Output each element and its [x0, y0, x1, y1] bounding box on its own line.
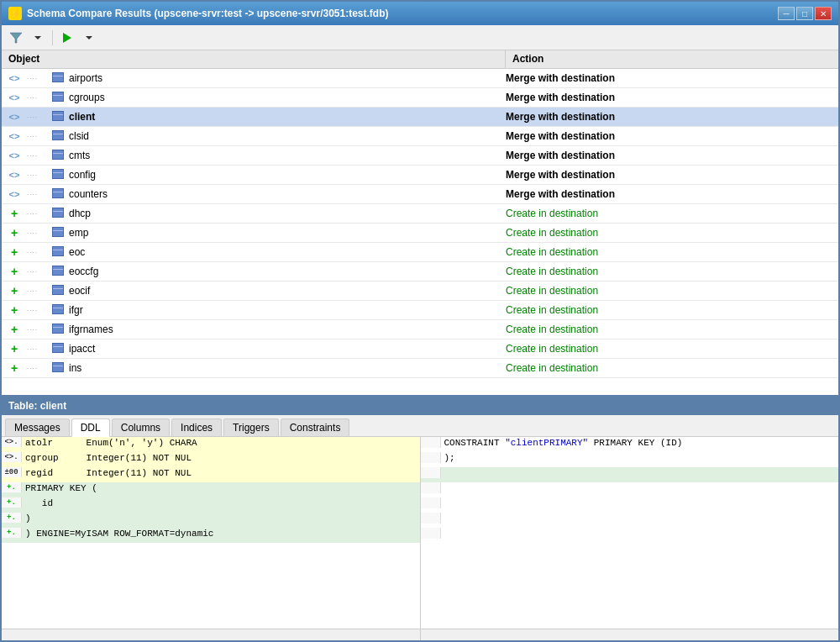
line-content: id [22, 497, 420, 509]
plus-icon: + [2, 303, 27, 317]
row-object-name: dhcp [67, 208, 506, 219]
line-content: PRIMARY KEY ( [22, 482, 420, 494]
run-dropdown-button[interactable] [80, 29, 98, 47]
table-row[interactable]: +····eoccfgCreate in destination [2, 262, 838, 282]
table-type-icon [52, 343, 64, 355]
panel-title: Table: client [2, 397, 838, 415]
code-line: <>.atolr Enum('n', 'y') CHARA [2, 437, 420, 452]
code-line: ); [421, 452, 839, 467]
line-content: regid Integer(11) NOT NUL [22, 467, 420, 479]
toolbar [2, 25, 838, 50]
table-type-icon [52, 72, 64, 85]
table-type-icon [52, 285, 64, 297]
line-content: ) [22, 513, 420, 524]
tab-constraints[interactable]: Constraints [281, 418, 350, 436]
code-line: <>.cgroup Integer(11) NOT NUL [2, 452, 420, 467]
row-object-name: client [67, 111, 506, 123]
code-line: ±00regid Integer(11) NOT NUL [2, 467, 420, 482]
main-window: ⚡ Schema Compare Results (upscene-srvr:t… [0, 0, 840, 642]
table-row[interactable]: +····dhcpCreate in destination [2, 204, 838, 224]
table-row[interactable]: +····eocifCreate in destination [2, 282, 838, 301]
row-object-name: ins [67, 362, 506, 374]
toolbar-separator-1 [52, 30, 53, 45]
plus-icon: + [2, 226, 27, 239]
row-object-name: counters [67, 188, 506, 200]
code-line: +. id [2, 497, 420, 513]
row-object-name: clsid [67, 130, 506, 142]
row-dots: ···· [27, 287, 52, 295]
table-body[interactable]: <>····airportsMerge with destination<>··… [2, 69, 838, 395]
tab-triggers[interactable]: Triggers [223, 418, 279, 436]
row-dots: ···· [27, 365, 52, 372]
close-button[interactable]: ✕ [815, 7, 832, 20]
plus-icon: + [2, 265, 27, 278]
table-row[interactable]: <>····configMerge with destination [2, 166, 838, 185]
row-object-name: airports [67, 72, 506, 84]
table-row[interactable]: +····ifgrnamesCreate in destination [2, 320, 838, 339]
plus-icon: + [2, 323, 27, 336]
filter-dropdown-button[interactable] [29, 29, 47, 47]
line-content [441, 513, 839, 514]
code-line [421, 513, 839, 528]
code-line [421, 467, 839, 482]
right-code-area[interactable]: CONSTRAINT "clientPRIMARY" PRIMARY KEY (… [421, 437, 839, 629]
svg-marker-3 [86, 36, 92, 39]
table-type-icon [52, 130, 64, 143]
row-dots: ···· [27, 133, 52, 140]
table-row[interactable]: <>····clsidMerge with destination [2, 127, 838, 146]
column-object: Object [2, 50, 506, 68]
left-hscroll[interactable] [2, 629, 420, 640]
row-object-name: ipacct [67, 343, 506, 355]
right-hscroll[interactable] [421, 629, 839, 640]
line-content: CONSTRAINT "clientPRIMARY" PRIMARY KEY (… [441, 437, 839, 449]
plus-icon: + [2, 207, 27, 220]
diff-icon: <> [2, 73, 27, 83]
row-dots: ···· [27, 75, 52, 82]
row-object-name: cgroups [67, 92, 506, 103]
tab-columns[interactable]: Columns [112, 418, 170, 436]
row-dots: ···· [27, 94, 52, 102]
table-row[interactable]: <>····cgroupsMerge with destination [2, 88, 838, 108]
row-dots: ···· [27, 152, 52, 160]
tab-indices[interactable]: Indices [171, 418, 222, 436]
table-row[interactable]: +····insCreate in destination [2, 359, 838, 378]
run-dropdown-arrow-icon [86, 34, 92, 41]
line-marker [421, 437, 441, 448]
row-object-name: config [67, 169, 506, 181]
line-content: ); [441, 452, 839, 464]
split-view: <>.atolr Enum('n', 'y') CHARA<>.cgroup I… [2, 437, 838, 640]
row-object-name: ifgrnames [67, 324, 506, 335]
row-action-label: Merge with destination [506, 92, 774, 103]
row-dots: ···· [27, 229, 52, 237]
maximize-button[interactable]: □ [796, 7, 813, 20]
table-type-icon [52, 362, 64, 375]
table-row[interactable]: +····eocCreate in destination [2, 243, 838, 262]
tabs-bar: MessagesDDLColumnsIndicesTriggersConstra… [2, 415, 838, 437]
row-object-name: eoc [67, 246, 506, 258]
left-pane: <>.atolr Enum('n', 'y') CHARA<>.cgroup I… [2, 437, 421, 640]
line-marker [421, 452, 441, 463]
table-row[interactable]: +····ifgrCreate in destination [2, 301, 838, 320]
table-row[interactable]: <>····countersMerge with destination [2, 185, 838, 204]
tab-messages[interactable]: Messages [5, 418, 70, 436]
filter-button[interactable] [7, 29, 25, 47]
row-action-label: Create in destination [506, 362, 774, 374]
table-row[interactable]: <>····cmtsMerge with destination [2, 146, 838, 166]
line-content: atolr Enum('n', 'y') CHARA [22, 437, 420, 449]
table-row[interactable]: <>····airportsMerge with destination [2, 69, 838, 88]
row-action-label: Create in destination [506, 208, 774, 219]
row-action-label: Create in destination [506, 227, 774, 239]
table-type-icon [52, 324, 64, 336]
line-marker [421, 528, 441, 539]
minimize-button[interactable]: ─ [778, 7, 795, 20]
diff-icon: <> [2, 150, 27, 160]
table-row[interactable]: +····empCreate in destination [2, 224, 838, 243]
row-action-label: Merge with destination [506, 150, 774, 161]
left-code-area[interactable]: <>.atolr Enum('n', 'y') CHARA<>.cgroup I… [2, 437, 420, 629]
row-action-label: Create in destination [506, 246, 774, 258]
table-row[interactable]: <>····clientMerge with destination [2, 108, 838, 127]
run-button[interactable] [58, 29, 76, 47]
row-dots: ···· [27, 345, 52, 353]
tab-ddl[interactable]: DDL [71, 418, 110, 437]
table-row[interactable]: +····ipacctCreate in destination [2, 339, 838, 359]
